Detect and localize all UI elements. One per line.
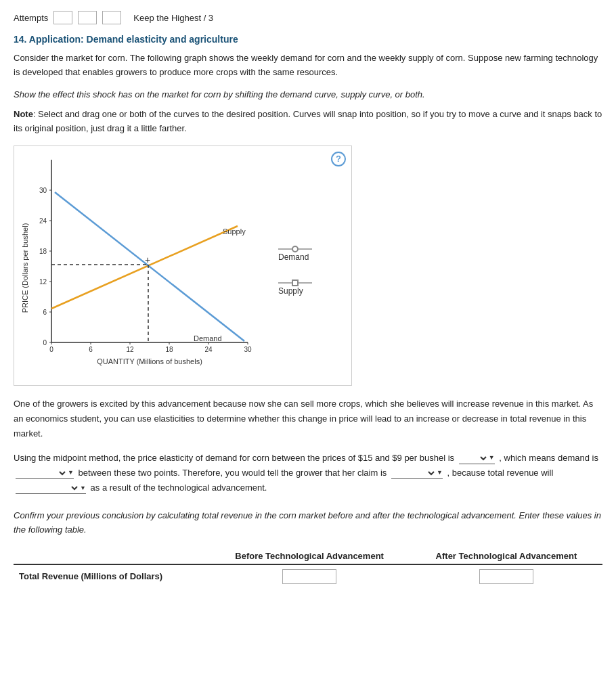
question-body: Consider the market for corn. The follow… <box>14 51 602 80</box>
svg-line-29 <box>55 192 244 341</box>
revenue-dropdown[interactable]: increase decrease stay the same <box>16 483 80 493</box>
chart-svg-element: PRICE (Dollars per bushel) 0 6 12 18 <box>21 153 271 376</box>
revenue-table: Before Technological Advancement After T… <box>14 548 602 588</box>
y-axis-label: PRICE (Dollars per bushel) <box>21 223 29 313</box>
attempt-box-3 <box>102 11 121 24</box>
table-row: Total Revenue (Millions of Dollars) <box>14 564 602 588</box>
svg-text:QUANTITY (Millions of bushels): QUANTITY (Millions of bushels) <box>97 357 202 365</box>
svg-text:Supply: Supply <box>223 227 246 236</box>
para2-part2: , which means demand is <box>499 453 598 463</box>
before-value-cell[interactable] <box>208 564 410 588</box>
svg-text:12: 12 <box>39 278 47 286</box>
keep-highest-label: Keep the Highest / 3 <box>133 13 213 23</box>
legend-supply-line-graphic <box>278 282 312 284</box>
para2-part5: as a result of the technological advance… <box>91 483 267 493</box>
legend-supply-label: Supply <box>278 286 303 296</box>
legend-area: Demand Supply <box>278 153 345 378</box>
legend-demand-line-graphic <box>278 248 312 250</box>
attempt-box-2 <box>78 11 97 24</box>
svg-text:24: 24 <box>204 346 213 353</box>
attempts-label: Attempts <box>14 13 48 23</box>
svg-text:18: 18 <box>165 346 173 353</box>
help-icon[interactable]: ? <box>331 152 346 166</box>
elasticity-dropdown-wrap[interactable]: 1.00 0.50 2.00 1.50 ▼ <box>459 453 495 464</box>
svg-text:0: 0 <box>43 339 47 346</box>
table-empty-header <box>14 548 208 564</box>
elastic-dropdown[interactable]: elastic inelastic unit elastic <box>16 468 68 478</box>
attempts-bar: Attempts Keep the Highest / 3 <box>14 11 602 24</box>
chart-svg: PRICE (Dollars per bushel) 0 6 12 18 <box>21 153 271 378</box>
table-section: Before Technological Advancement After T… <box>14 548 602 588</box>
svg-text:+: + <box>145 254 150 265</box>
revenue-dropdown-wrap[interactable]: increase decrease stay the same ▼ <box>16 483 86 494</box>
note-block: Note: Select and drag one or both of the… <box>14 108 602 136</box>
paragraph1: One of the growers is excited by this ad… <box>14 397 602 441</box>
svg-text:Demand: Demand <box>194 334 222 342</box>
confirm-section: Confirm your previous conclusion by calc… <box>14 509 602 537</box>
graph-container: ? PRICE (Dollars per bushel) 0 6 <box>14 146 352 386</box>
dropdown-arrow-2: ▼ <box>68 468 74 478</box>
legend-supply-item: Supply <box>278 282 345 296</box>
dropdown-arrow-1: ▼ <box>489 453 495 463</box>
legend-supply-line <box>278 282 312 284</box>
svg-text:30: 30 <box>39 187 47 194</box>
legend-demand-line <box>278 248 312 250</box>
svg-text:24: 24 <box>39 217 47 225</box>
after-value-cell[interactable] <box>410 564 602 588</box>
claim-dropdown[interactable]: correct incorrect <box>391 468 437 478</box>
graph-area: PRICE (Dollars per bushel) 0 6 12 18 <box>21 153 345 378</box>
legend-supply-square <box>292 280 299 286</box>
attempt-box-1 <box>53 11 72 24</box>
elasticity-dropdown[interactable]: 1.00 0.50 2.00 1.50 <box>459 453 489 464</box>
dropdown-arrow-3: ▼ <box>437 468 443 478</box>
before-revenue-input[interactable] <box>282 569 336 584</box>
svg-text:6: 6 <box>43 309 47 316</box>
legend-demand-item: Demand <box>278 248 345 262</box>
elastic-dropdown-wrap[interactable]: elastic inelastic unit elastic ▼ <box>16 468 74 479</box>
svg-text:18: 18 <box>39 248 47 255</box>
after-revenue-input[interactable] <box>479 569 533 584</box>
para2-part4: , because total revenue will <box>447 468 553 478</box>
svg-text:30: 30 <box>244 346 252 353</box>
svg-line-27 <box>51 226 238 309</box>
question-title: 14. Application: Demand elasticity and a… <box>14 34 602 45</box>
row-label: Total Revenue (Millions of Dollars) <box>14 564 208 588</box>
para2-part3: between these two points. Therefore, you… <box>79 468 387 478</box>
legend-demand-label: Demand <box>278 252 309 262</box>
claim-dropdown-wrap[interactable]: correct incorrect ▼ <box>391 468 443 479</box>
svg-text:12: 12 <box>126 346 134 353</box>
table-after-header: After Technological Advancement <box>410 548 602 564</box>
table-before-header: Before Technological Advancement <box>208 548 410 564</box>
dropdown-arrow-4: ▼ <box>80 483 86 493</box>
paragraph2: Using the midpoint method, the price ela… <box>14 451 602 495</box>
italic-instruction: Show the effect this shock has on the ma… <box>14 88 602 102</box>
svg-text:6: 6 <box>89 346 93 353</box>
legend-demand-circle <box>292 246 299 252</box>
svg-text:0: 0 <box>49 346 53 353</box>
para2-part1: Using the midpoint method, the price ela… <box>14 453 454 463</box>
